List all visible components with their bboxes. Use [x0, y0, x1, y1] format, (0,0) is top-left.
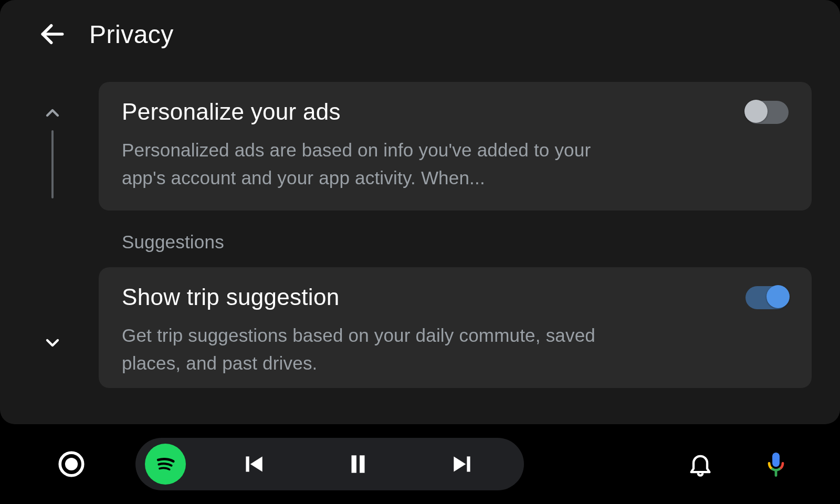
- setting-description: Personalized ads are based on info you'v…: [122, 136, 626, 192]
- home-button[interactable]: [55, 447, 88, 481]
- back-button[interactable]: [37, 18, 68, 50]
- setting-description: Get trip suggestions based on your daily…: [122, 322, 626, 377]
- setting-title: Show trip suggestion: [122, 284, 789, 310]
- svg-rect-4: [246, 456, 249, 471]
- svg-point-2: [65, 458, 78, 470]
- chevron-down-icon: [42, 332, 63, 353]
- scroll-up-button[interactable]: [39, 100, 66, 126]
- skip-previous-icon: [240, 451, 267, 477]
- section-label-suggestions: Suggestions: [122, 232, 812, 253]
- bell-icon: [687, 450, 714, 478]
- svg-rect-6: [360, 455, 364, 472]
- circle-ring-icon: [56, 449, 87, 479]
- page-title: Privacy: [89, 20, 174, 49]
- setting-trip-suggestion[interactable]: Show trip suggestion Get trip suggestion…: [99, 267, 812, 388]
- notifications-button[interactable]: [684, 447, 717, 481]
- bottom-nav-bar: [0, 424, 840, 504]
- next-track-button[interactable]: [410, 438, 514, 490]
- scroll-track[interactable]: [51, 130, 54, 198]
- pause-button[interactable]: [306, 438, 411, 490]
- google-mic-icon: [762, 450, 790, 478]
- toggle-trip-suggestion[interactable]: [746, 286, 789, 309]
- setting-personalize-ads[interactable]: Personalize your ads Personalized ads ar…: [99, 82, 812, 211]
- spotify-button[interactable]: [145, 444, 186, 485]
- toggle-thumb: [744, 100, 768, 123]
- previous-track-button[interactable]: [202, 438, 306, 490]
- arrow-back-icon: [38, 19, 67, 49]
- pause-icon: [345, 451, 371, 477]
- chevron-up-icon: [42, 102, 63, 123]
- skip-next-icon: [449, 451, 476, 477]
- toggle-thumb: [766, 285, 790, 308]
- spotify-icon: [150, 448, 181, 480]
- svg-rect-7: [467, 456, 470, 471]
- toggle-personalize-ads[interactable]: [746, 101, 789, 124]
- svg-rect-5: [352, 455, 356, 472]
- scroll-rail: [39, 100, 66, 356]
- assistant-button[interactable]: [759, 447, 793, 481]
- media-control-pill: [135, 438, 524, 490]
- setting-title: Personalize your ads: [122, 99, 789, 125]
- scroll-down-button[interactable]: [39, 330, 66, 356]
